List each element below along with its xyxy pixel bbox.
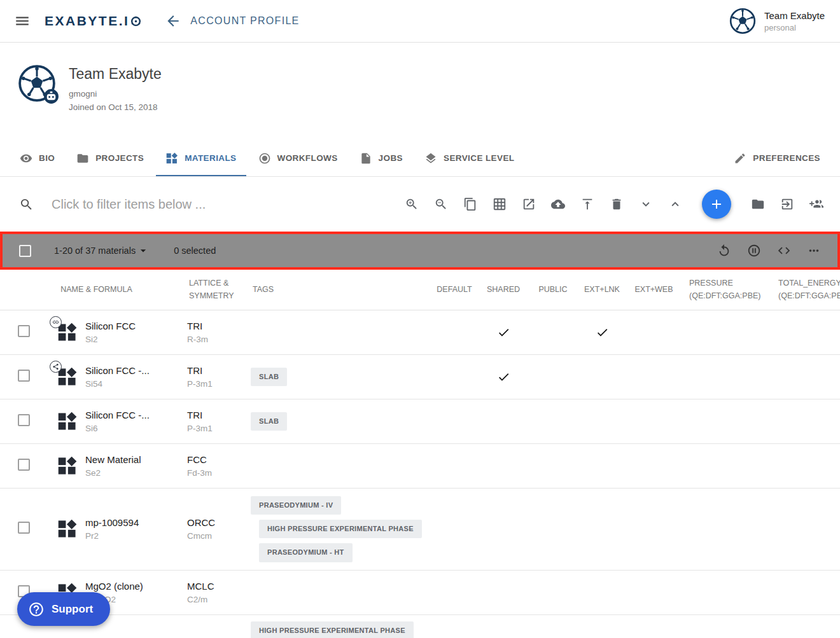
lattice-symmetry: Cmcm — [187, 531, 251, 541]
tags-cell — [251, 585, 431, 600]
materials-icon — [57, 455, 78, 476]
material-name[interactable]: Silicon FCC -... — [85, 365, 187, 376]
add-material-button[interactable] — [702, 190, 731, 219]
material-formula: Si54 — [85, 379, 187, 389]
toolbar-trailing-icons — [751, 197, 823, 211]
check-icon — [596, 326, 609, 339]
tab-label: MATERIALS — [185, 153, 236, 163]
cloud-upload-button[interactable] — [551, 197, 565, 211]
materials-icon — [57, 411, 78, 432]
group-add-icon — [809, 197, 823, 211]
back-button[interactable] — [165, 13, 181, 29]
check-icon — [497, 370, 510, 384]
column-ext-web[interactable]: EXT+WEB — [627, 284, 681, 296]
material-name[interactable]: Silicon FCC — [85, 321, 187, 331]
filter-input[interactable] — [52, 197, 293, 212]
ext-lnk-flag-cell — [577, 326, 627, 339]
profile-name: Team Exabyte — [69, 66, 162, 83]
column-total-energy[interactable]: TOTAL_ENERGY (QE:DFT:GGA:PBE) — [778, 277, 840, 302]
layers-icon — [424, 152, 437, 165]
tab-bio[interactable]: BIO — [9, 140, 66, 176]
row-checkbox[interactable] — [18, 414, 30, 426]
account-switcher[interactable]: Team Exabyte personal — [729, 8, 826, 34]
trash-icon — [610, 197, 624, 211]
exit-to-app-button[interactable] — [780, 197, 794, 211]
tab-service-level[interactable]: SERVICE LEVEL — [414, 140, 525, 176]
column-name-formula[interactable]: NAME & FORMULA — [39, 284, 187, 296]
material-formula: Si2 — [85, 335, 187, 344]
lattice-type: MCLC — [187, 581, 251, 592]
row-checkbox[interactable] — [18, 459, 30, 471]
table-row[interactable]: HIGH PRESSURE EXPERIMENTAL PHASE — [0, 615, 840, 638]
menu-button[interactable] — [14, 13, 31, 29]
lattice-type: TRI — [187, 321, 251, 331]
material-name[interactable]: Silicon FCC -... — [85, 410, 187, 420]
toolbar-action-icons — [405, 197, 682, 211]
material-icon — [57, 366, 78, 387]
account-avatar[interactable] — [729, 8, 756, 34]
trash-button[interactable] — [610, 197, 624, 211]
row-checkbox[interactable] — [18, 325, 30, 337]
zoom-out-button[interactable] — [434, 197, 448, 211]
logo[interactable]: EXABYTE.I — [45, 13, 142, 29]
tag-chip: SLAB — [251, 368, 287, 386]
table-row[interactable]: Silicon FCC -... Si6 TRI P-3m1 SLAB — [0, 399, 840, 444]
column-tags[interactable]: TAGS — [251, 284, 431, 296]
material-name[interactable]: MgO2 (clone) — [85, 581, 187, 592]
tags-cell — [251, 459, 431, 474]
table-row[interactable]: New Material Se2 FCC Fd-3m — [0, 444, 840, 489]
lattice-symmetry: Fd-3m — [187, 468, 251, 478]
zoom-in-icon — [405, 197, 419, 211]
material-formula: Se2 — [85, 468, 187, 478]
pause-circle-button[interactable] — [747, 244, 761, 258]
table-row[interactable]: Silicon FCC Si2 TRI R-3m — [0, 310, 840, 355]
row-checkbox[interactable] — [18, 522, 30, 534]
tab-materials[interactable]: MATERIALS — [155, 140, 247, 176]
copy-button[interactable] — [463, 197, 477, 211]
group-add-button[interactable] — [809, 197, 823, 211]
lattice-type: TRI — [187, 365, 251, 376]
chevron-up-button[interactable] — [668, 197, 682, 211]
table-body: Silicon FCC Si2 TRI R-3m — [0, 310, 840, 638]
pagination-label: 1-20 of 37 materials — [54, 246, 136, 256]
profile-joined-date: Joined on Oct 15, 2018 — [69, 102, 162, 112]
tab-workflows[interactable]: WORKFLOWS — [248, 140, 349, 176]
tab-jobs[interactable]: JOBS — [349, 140, 414, 176]
column-default[interactable]: DEFAULT — [431, 284, 478, 296]
tab-projects[interactable]: PROJECTS — [66, 140, 155, 176]
select-all-checkbox[interactable] — [19, 245, 31, 257]
replay-button[interactable] — [717, 244, 731, 258]
table-row[interactable]: Silicon FCC -... Si54 TRI P-3m1 SLAB — [0, 355, 840, 399]
folder-button[interactable] — [751, 197, 765, 211]
column-pressure[interactable]: PRESSURE (QE:DFT:GGA:PBE) — [681, 277, 778, 302]
more-horiz-button[interactable] — [807, 244, 821, 258]
material-name[interactable]: mp-1009594 — [85, 517, 187, 528]
upload-top-button[interactable] — [580, 197, 594, 211]
table-row[interactable]: mp-1009594 Pr2 ORCC Cmcm PRASEODYMIUM - … — [0, 489, 840, 571]
tags-cell: PRASEODYMIUM - IVHIGH PRESSURE EXPERIMEN… — [251, 489, 431, 570]
pagination-dropdown[interactable]: 1-20 of 37 materials — [54, 244, 150, 257]
selection-actions — [717, 244, 821, 258]
open-in-new-button[interactable] — [522, 197, 536, 211]
top-bar: EXABYTE.I ACCOUNT PROFILE — [0, 0, 840, 43]
column-shared[interactable]: SHARED — [478, 284, 529, 296]
table-row[interactable]: MgO2 (clone) Mg1 O2 MCLC C2/m — [0, 571, 840, 615]
material-icon — [57, 455, 78, 476]
zoom-in-button[interactable] — [405, 197, 419, 211]
tab-preferences[interactable]: PREFERENCES — [723, 140, 831, 176]
help-icon — [28, 601, 45, 618]
support-button[interactable]: Support — [17, 592, 110, 626]
material-icon — [57, 411, 78, 432]
exit-to-app-icon — [780, 197, 794, 211]
radio-icon — [258, 152, 271, 165]
row-checkbox[interactable] — [18, 370, 30, 382]
column-public[interactable]: PUBLIC — [529, 284, 577, 296]
chevron-down-button[interactable] — [639, 197, 653, 211]
column-ext-lnk[interactable]: EXT+LNK — [577, 284, 627, 296]
code-button[interactable] — [777, 244, 791, 258]
column-lattice-symmetry[interactable]: LATTICE & SYMMETRY — [187, 277, 251, 302]
grid-button[interactable] — [493, 197, 507, 211]
material-name[interactable]: New Material — [85, 454, 187, 465]
pause-circle-icon — [747, 244, 761, 258]
tab-label: PROJECTS — [95, 153, 144, 163]
